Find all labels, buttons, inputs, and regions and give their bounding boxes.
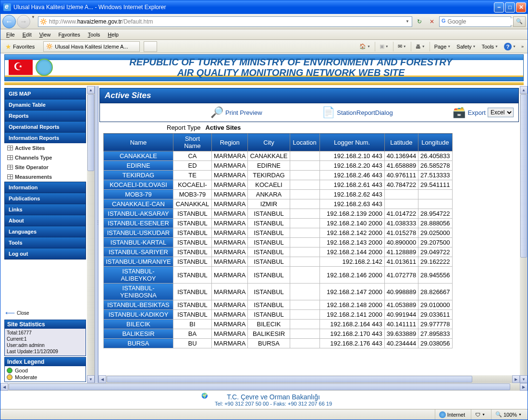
hscroll-right[interactable]: ▶: [512, 375, 520, 383]
browser-tab[interactable]: 🔆Ulusal Hava Kalitesi Izleme A...: [43, 41, 140, 52]
back-button[interactable]: ←: [2, 15, 16, 28]
mail-button[interactable]: ✉▼: [395, 42, 409, 50]
table-row[interactable]: ISTANBUL-AKSARAYISTANBULMARMARAISTANBUL1…: [104, 209, 453, 219]
site-name-cell[interactable]: TEKIRDAG: [104, 171, 173, 180]
sidebar-item[interactable]: Reports: [4, 110, 86, 121]
overflow-button[interactable]: »: [519, 44, 526, 49]
address-bar[interactable]: 🔆 http://www.havaizleme.gov.tr/Default.h…: [38, 16, 412, 27]
search-input[interactable]: [448, 18, 520, 25]
new-tab-button[interactable]: [144, 41, 157, 52]
sidebar-item[interactable]: Information: [4, 182, 86, 193]
site-name-cell[interactable]: MOB3-79: [104, 190, 173, 199]
station-report-link[interactable]: StationReportDialog: [337, 109, 393, 116]
menu-help[interactable]: Help: [104, 31, 123, 38]
column-header[interactable]: Longitude: [418, 134, 452, 151]
table-row[interactable]: ISTANBUL-ESENLERISTANBULMARMARAISTANBUL1…: [104, 219, 453, 228]
table-row[interactable]: ISTANBUL-YENIBOSNAISTANBULMARMARAISTANBU…: [104, 284, 453, 300]
table-row[interactable]: CANAKKALE-CANCANAKKALMARMARAIZMIR192.168…: [104, 199, 453, 209]
site-name-cell[interactable]: BILECIK: [104, 320, 173, 329]
column-header[interactable]: Region: [212, 134, 248, 151]
hscroll-right[interactable]: ▶: [520, 383, 528, 391]
print-preview-link[interactable]: Print Preview: [225, 109, 262, 116]
sidebar-item[interactable]: Dynamic Table: [4, 99, 86, 110]
table-row[interactable]: MOB3-79MOB3-79MARMARAANKARA192.168.2.62 …: [104, 190, 453, 199]
table-row[interactable]: BALIKESIRBAMARMARABALIKESIR192.168.2.170…: [104, 329, 453, 339]
splitter-handle[interactable]: [95, 86, 98, 383]
table-row[interactable]: BURSABUMARMARABURSA192.168.2.176 44340.2…: [104, 339, 453, 348]
scroll-up-button[interactable]: ▲: [520, 86, 528, 94]
menu-tools[interactable]: Tools: [84, 31, 104, 38]
site-name-cell[interactable]: KOCAELI-DILOVASI: [104, 180, 173, 190]
print-button[interactable]: 🖶▼: [413, 43, 428, 50]
site-name-cell[interactable]: ISTANBUL-ALIBEYKOY: [104, 267, 173, 284]
table-row[interactable]: ISTANBUL-BESIKTASISTANBULMARMARAISTANBUL…: [104, 300, 453, 310]
table-row[interactable]: TEKIRDAGTEMARMARATEKIRDAG192.168.2.46 44…: [104, 171, 453, 180]
sidebar-close[interactable]: ⟵Close: [4, 307, 86, 319]
export-format-select[interactable]: Excel: [488, 108, 514, 117]
hscroll-left[interactable]: ◀: [0, 383, 8, 391]
column-header[interactable]: Short Name: [173, 134, 212, 151]
minimize-button[interactable]: −: [494, 2, 504, 12]
help-button[interactable]: ?▼: [502, 42, 518, 51]
site-name-cell[interactable]: ISTANBUL-AKSARAY: [104, 209, 173, 219]
close-button[interactable]: ✕: [516, 2, 526, 12]
safety-menu[interactable]: Safety▼: [454, 43, 478, 50]
table-row[interactable]: EDIRNEEDMARMARAEDIRNE192.168.2.20 44341.…: [104, 161, 453, 171]
main-scrollbar[interactable]: ▲ ▼: [520, 86, 528, 383]
sidebar-subitem[interactable]: Site Operator: [4, 162, 86, 172]
forward-button[interactable]: →: [17, 15, 30, 28]
feeds-button[interactable]: ▣▼: [377, 42, 391, 50]
column-header[interactable]: Latitude: [384, 134, 418, 151]
sidebar-item[interactable]: Tools: [4, 237, 86, 248]
table-row[interactable]: ISTANBUL-USKUDARISTANBULMARMARAISTANBUL1…: [104, 228, 453, 238]
search-button[interactable]: 🔍: [513, 16, 526, 27]
home-button[interactable]: 🏠▼: [357, 42, 373, 50]
table-row[interactable]: ISTANBUL-SARIYERISTANBULMARMARAISTANBUL1…: [104, 247, 453, 257]
sidebar-item[interactable]: Information Reports: [4, 132, 86, 143]
sidebar-item[interactable]: Operational Reports: [4, 121, 86, 132]
column-header[interactable]: Logger Num.: [319, 134, 384, 151]
protected-mode-button[interactable]: 🛡▼: [471, 409, 489, 420]
site-name-cell[interactable]: ISTANBUL-YENIBOSNA: [104, 284, 173, 300]
site-name-cell[interactable]: ISTANBUL-BESIKTAS: [104, 300, 173, 310]
sidebar-scrollbar[interactable]: ▲ ▼: [87, 86, 95, 383]
site-name-cell[interactable]: ISTANBUL-UMRANIYE: [104, 257, 173, 267]
favorites-button[interactable]: ★Favorites: [2, 42, 37, 51]
sidebar-item[interactable]: Languages: [4, 226, 86, 237]
hscroll-left[interactable]: ◀: [98, 375, 106, 383]
menu-file[interactable]: File: [2, 31, 19, 38]
table-row[interactable]: CANAKKALECAMARMARACANAKKALE192.168.2.10 …: [104, 151, 453, 161]
scroll-up-button[interactable]: ▲: [87, 86, 95, 94]
menu-edit[interactable]: Edit: [19, 31, 36, 38]
address-dropdown[interactable]: ▼: [404, 19, 411, 24]
sidebar-item[interactable]: About: [4, 215, 86, 226]
nav-history-dropdown[interactable]: ▼: [31, 15, 36, 28]
export-link[interactable]: Export: [467, 109, 486, 116]
site-name-cell[interactable]: CANAKKALE: [104, 151, 173, 161]
sidebar-item[interactable]: Publications: [4, 193, 86, 204]
zoom-control[interactable]: 🔍100% ▼: [491, 409, 526, 420]
sidebar-subitem[interactable]: Active Sites: [4, 143, 86, 153]
search-box[interactable]: G: [439, 16, 511, 27]
column-header[interactable]: Location: [290, 134, 319, 151]
tools-menu[interactable]: Tools▼: [479, 43, 501, 50]
stop-button[interactable]: ✕: [427, 16, 437, 27]
sidebar-item[interactable]: Log out: [4, 248, 86, 259]
site-name-cell[interactable]: CANAKKALE-CAN: [104, 199, 173, 209]
maximize-button[interactable]: □: [505, 2, 515, 12]
sidebar-subitem[interactable]: Channels Type: [4, 153, 86, 162]
site-name-cell[interactable]: ISTANBUL-KADIKOY: [104, 310, 173, 320]
menu-favorites[interactable]: Favorites: [54, 31, 84, 38]
site-name-cell[interactable]: ISTANBUL-ESENLER: [104, 219, 173, 228]
menu-view[interactable]: View: [36, 31, 55, 38]
site-name-cell[interactable]: EDIRNE: [104, 161, 173, 171]
column-header[interactable]: Name: [104, 134, 173, 151]
sidebar-item[interactable]: GIS MAP: [4, 88, 86, 99]
column-header[interactable]: City: [248, 134, 290, 151]
main-hscrollbar[interactable]: ◀ ▶: [98, 375, 520, 383]
scroll-thumb[interactable]: [520, 94, 527, 258]
site-name-cell[interactable]: ISTANBUL-KARTAL: [104, 238, 173, 247]
refresh-button[interactable]: ↻: [414, 16, 425, 27]
site-name-cell[interactable]: BALIKESIR: [104, 329, 173, 339]
scroll-thumb[interactable]: [87, 94, 94, 171]
